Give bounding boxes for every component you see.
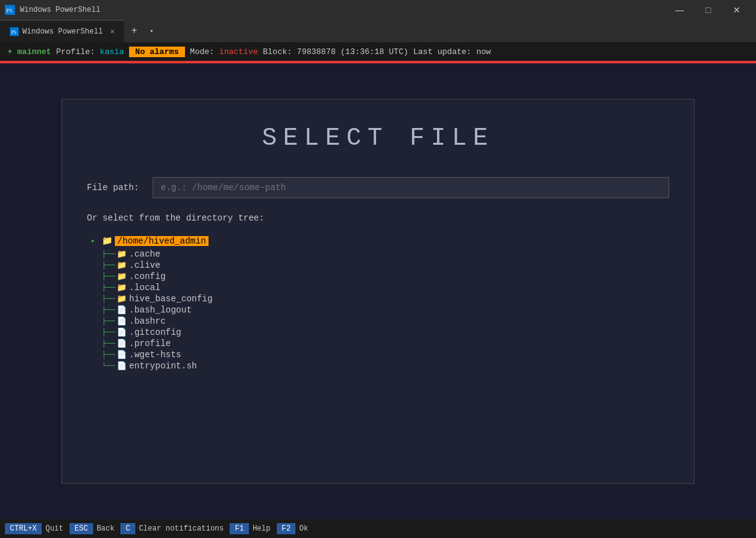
status-alarm: No alarms xyxy=(129,47,185,57)
title-bar-left: PS Windows PowerShell xyxy=(5,5,101,15)
tree-item-name[interactable]: .cache xyxy=(129,249,160,259)
folder-icon: 📁 xyxy=(117,283,127,293)
file-icon: 📄 xyxy=(117,305,127,315)
bottom-key-item[interactable]: F1Help xyxy=(230,523,274,534)
select-file-dialog: SELECT FILE File path: Or select from th… xyxy=(61,99,695,484)
tree-item-name[interactable]: entrypoint.sh xyxy=(129,361,197,371)
main-content: SELECT FILE File path: Or select from th… xyxy=(0,63,756,519)
svg-text:PS: PS xyxy=(6,7,12,14)
tree-item-name[interactable]: .local xyxy=(129,283,160,293)
tree-item[interactable]: ├──📁.local xyxy=(87,282,669,293)
folder-icon: 📁 xyxy=(117,260,127,270)
dialog-title: SELECT FILE xyxy=(87,124,669,152)
root-connector: ▸ xyxy=(87,236,99,245)
key-label: Quit xyxy=(42,523,67,534)
file-icon: 📄 xyxy=(117,361,127,371)
tree-connector: ├── xyxy=(102,250,114,258)
key-label: Clear notifications xyxy=(135,523,228,534)
status-profile-name: kasia xyxy=(100,47,124,57)
powershell-icon: PS xyxy=(5,5,15,15)
tree-connector: ├── xyxy=(102,294,114,303)
status-mode-value: inactive xyxy=(219,47,258,57)
file-icon: 📄 xyxy=(117,316,127,326)
file-icon: 📄 xyxy=(117,350,127,360)
tab-close-icon[interactable]: ✕ xyxy=(110,27,115,35)
tree-connector: ├── xyxy=(102,283,114,292)
bottom-keys-container: CTRL+XQuitESCBackCClear notificationsF1H… xyxy=(5,523,312,534)
tree-item[interactable]: ├──📄.bashrc xyxy=(87,316,669,327)
status-last-label: Last update: xyxy=(413,47,472,57)
file-path-input[interactable] xyxy=(153,177,669,198)
tree-label: Or select from the directory tree: xyxy=(87,213,669,223)
close-button[interactable]: ✕ xyxy=(722,0,751,20)
title-bar: PS Windows PowerShell — □ ✕ xyxy=(0,0,756,20)
status-profile-label: Profile: xyxy=(56,47,94,57)
title-bar-controls: — □ ✕ xyxy=(665,0,751,20)
tree-item-name[interactable]: .gitconfig xyxy=(129,327,181,337)
tree-item[interactable]: └──📄entrypoint.sh xyxy=(87,360,669,372)
folder-icon-root: 📁 xyxy=(102,235,112,246)
bottom-key-item[interactable]: F2Ok xyxy=(277,523,312,534)
tree-connector: ├── xyxy=(102,261,114,270)
file-path-label: File path: xyxy=(87,183,143,193)
bottom-key-item[interactable]: ESCBack xyxy=(70,523,118,534)
folder-icon: 📁 xyxy=(117,271,127,281)
tab-bar: PS Windows PowerShell ✕ + ▾ xyxy=(0,20,756,42)
tree-item[interactable]: ├──📄.wget-hsts xyxy=(87,349,669,360)
tree-connector: ├── xyxy=(102,339,114,348)
tree-item[interactable]: ├──📁.cache xyxy=(87,248,669,260)
tree-connector: ├── xyxy=(102,306,114,314)
file-icon: 📄 xyxy=(117,339,127,349)
key-label: Ok xyxy=(295,523,312,534)
status-block-label: Block: xyxy=(263,47,292,57)
file-path-row: File path: xyxy=(87,177,669,198)
tree-connector: ├── xyxy=(102,328,114,337)
tree-item-name[interactable]: .profile xyxy=(129,339,171,349)
bottom-key-item[interactable]: CTRL+XQuit xyxy=(5,523,67,534)
file-icon: 📄 xyxy=(117,327,127,337)
maximize-button[interactable]: □ xyxy=(694,0,722,20)
key-combo[interactable]: F1 xyxy=(230,523,248,534)
tree-item[interactable]: ├──📄.bash_logout xyxy=(87,304,669,316)
tree-item[interactable]: ├──📄.profile xyxy=(87,338,669,349)
key-combo[interactable]: CTRL+X xyxy=(5,523,42,534)
status-block-value: 79838878 (13:36:18 UTC) xyxy=(297,47,408,57)
tab-icon: PS xyxy=(10,27,19,36)
key-combo[interactable]: ESC xyxy=(70,523,93,534)
key-combo[interactable]: F2 xyxy=(277,523,295,534)
new-tab-button[interactable]: + xyxy=(124,20,144,42)
folder-icon: 📁 xyxy=(117,249,127,259)
tree-item[interactable]: ├──📁.config xyxy=(87,271,669,282)
tree-items-container: ├──📁.cache├──📁.clive├──📁.config├──📁.loca… xyxy=(87,248,669,372)
folder-icon: 📁 xyxy=(117,294,127,304)
tree-item[interactable]: ├──📁.clive xyxy=(87,260,669,271)
tree-item-name[interactable]: .config xyxy=(129,271,166,281)
tab-label: Windows PowerShell xyxy=(22,27,103,36)
tree-item[interactable]: ├──📄.gitconfig xyxy=(87,327,669,338)
key-label: Help xyxy=(249,523,274,534)
status-plus: + xyxy=(7,47,12,57)
tree-item[interactable]: ├──📁hive_base_config xyxy=(87,293,669,304)
tree-connector: ├── xyxy=(102,317,114,326)
directory-tree: ▸ 📁 /home/hived_admin ├──📁.cache├──📁.cli… xyxy=(87,235,669,372)
minimize-button[interactable]: — xyxy=(665,0,694,20)
tree-connector: └── xyxy=(102,362,114,370)
tree-item-name[interactable]: .clive xyxy=(129,260,160,270)
status-bar: + mainnet Profile: kasia No alarms Mode:… xyxy=(0,42,756,61)
bottom-bar: CTRL+XQuitESCBackCClear notificationsF1H… xyxy=(0,519,756,538)
title-bar-title: Windows PowerShell xyxy=(20,6,101,14)
tree-item-name[interactable]: .bashrc xyxy=(129,316,166,326)
tree-connector: ├── xyxy=(102,350,114,359)
status-mainnet: mainnet xyxy=(17,47,52,57)
status-mode-label: Mode: xyxy=(190,47,214,57)
tab-powershell[interactable]: PS Windows PowerShell ✕ xyxy=(0,20,124,42)
tree-item-name[interactable]: hive_base_config xyxy=(129,294,212,304)
root-path[interactable]: /home/hived_admin xyxy=(115,236,209,246)
key-label: Back xyxy=(93,523,119,534)
tree-item-name[interactable]: .bash_logout xyxy=(129,305,192,315)
bottom-key-item[interactable]: CClear notifications xyxy=(120,523,227,534)
key-combo[interactable]: C xyxy=(120,523,135,534)
tree-root-item[interactable]: ▸ 📁 /home/hived_admin xyxy=(87,235,669,246)
tab-dropdown-button[interactable]: ▾ xyxy=(144,20,159,42)
tree-item-name[interactable]: .wget-hsts xyxy=(129,350,181,360)
